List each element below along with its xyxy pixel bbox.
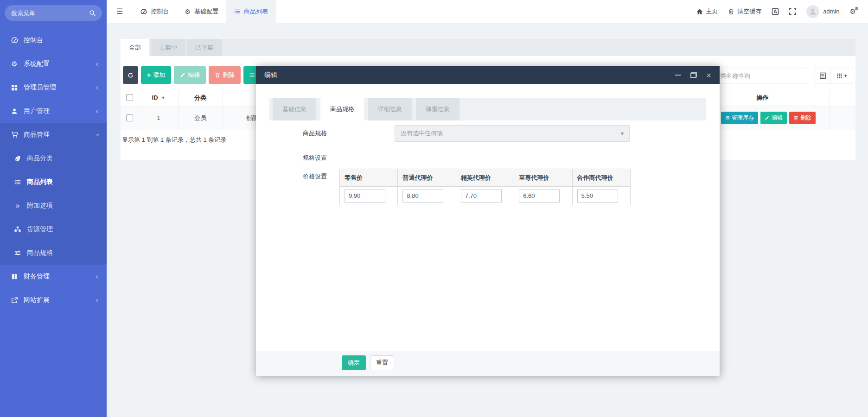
modal-tab-popup-info[interactable]: 弹窗信息 (416, 98, 460, 120)
list-icon (234, 8, 240, 14)
sliders-icon (13, 250, 23, 256)
caret-down-icon: ▾ (621, 130, 624, 137)
row-category-cell: 会员 (179, 106, 223, 130)
leaf-icon (13, 155, 23, 162)
gear-small-icon: ⚙ (855, 6, 859, 11)
retail-price-input[interactable] (345, 189, 385, 203)
tab-off-sale[interactable]: 已下架 (187, 39, 222, 56)
row-spacer-cell (830, 106, 855, 130)
caret-down-icon: ▾ (844, 73, 847, 79)
row-delete-button[interactable]: 删除 (789, 112, 816, 124)
sidebar-item-goods-manage[interactable]: 商品管理 ‹ (0, 123, 107, 146)
tab-all[interactable]: 全部 (121, 39, 149, 56)
maximize-icon[interactable] (690, 72, 697, 78)
elite-agent-price-input[interactable] (461, 189, 502, 203)
select-all-checkbox[interactable] (126, 94, 133, 101)
trash-icon (728, 8, 734, 15)
sidebar-search-input[interactable] (11, 10, 89, 17)
reset-button[interactable]: 重置 (370, 355, 394, 370)
form-lines-icon (819, 72, 826, 79)
home-icon (696, 8, 703, 15)
spec-field-label: 商品规格 (269, 129, 327, 138)
search-icon[interactable] (89, 10, 96, 16)
row-edit-button[interactable]: 编辑 (760, 112, 787, 124)
menu-toggle-icon[interactable]: ☰ (107, 7, 133, 16)
home-link[interactable]: 主页 (696, 7, 718, 16)
sidebar: 控制台 ⚙ 系统配置 ‹ 管理员管理 ‹ 用户管理 ‹ 商品管理 ‹ 商品分类 (0, 0, 107, 417)
expanded-menu-group: 商品管理 ‹ 商品分类 商品列表 » 附加选项 货源管理 商品规格 (0, 123, 107, 265)
row-edit-label: 编辑 (772, 114, 783, 122)
topbar-tab-label: 商品列表 (244, 7, 268, 16)
search-form-toggle-button[interactable] (815, 68, 830, 83)
status-tabs: 全部 上架中 已下架 (121, 39, 855, 56)
partner-agent-price-input[interactable] (577, 189, 618, 203)
modal-tab-base-info[interactable]: 基础信息 (273, 98, 316, 120)
add-label: 添加 (153, 71, 165, 79)
angle-double-right-icon: » (13, 202, 23, 210)
price-col-supreme-agent: 至尊代理价 (514, 169, 572, 187)
price-cell (514, 187, 572, 205)
language-icon[interactable] (772, 8, 779, 15)
pencil-icon (765, 115, 770, 120)
sidebar-item-finance-manage[interactable]: 财务管理 ‹ (0, 265, 107, 288)
sidebar-item-admin-manage[interactable]: 管理员管理 ‹ (0, 76, 107, 99)
modal-header[interactable]: 编辑 × (256, 66, 720, 84)
sidebar-item-user-manage[interactable]: 用户管理 ‹ (0, 99, 107, 123)
sitemap-icon (13, 226, 23, 233)
sidebar-item-goods-spec[interactable]: 商品规格 (0, 241, 107, 265)
user-icon (9, 108, 19, 114)
modal-title: 编辑 (264, 71, 277, 79)
sidebar-item-dashboard[interactable]: 控制台 (0, 28, 107, 52)
chevron-left-icon: ‹ (96, 297, 98, 304)
clear-cache-link[interactable]: 清空缓存 (728, 7, 761, 16)
edit-button[interactable]: 编辑 (174, 66, 206, 84)
user-menu[interactable]: admin (806, 5, 839, 18)
topbar-tab-label: 基础配置 (194, 7, 218, 16)
spec-setting-label: 规格设置 (269, 154, 327, 162)
columns-grid-icon (836, 73, 842, 79)
row-checkbox[interactable] (126, 114, 133, 121)
dashboard-icon (9, 37, 19, 44)
modal-tab-goods-spec[interactable]: 商品规格 (320, 98, 364, 120)
sidebar-item-system-config[interactable]: ⚙ 系统配置 ‹ (0, 52, 107, 76)
price-col-normal-agent: 普通代理价 (398, 169, 456, 187)
sidebar-item-supply-manage[interactable]: 货源管理 (0, 217, 107, 241)
sidebar-item-label: 附加选项 (27, 202, 53, 210)
sidebar-item-extra-options[interactable]: » 附加选项 (0, 194, 107, 217)
columns-button[interactable]: ▾ (830, 68, 853, 83)
tab-on-sale[interactable]: 上架中 (151, 39, 185, 56)
topbar-tab-goods-list[interactable]: 商品列表 (226, 0, 276, 23)
th-large-icon (9, 84, 19, 91)
column-category[interactable]: 分类 (179, 89, 223, 106)
sidebar-item-label: 货源管理 (27, 225, 53, 234)
modal-tab-detail-info[interactable]: 详细信息 (368, 98, 412, 120)
topbar-tab-base-config[interactable]: ⚙ 基础配置 (177, 0, 226, 23)
column-id[interactable]: ID ▼ (139, 89, 179, 106)
sidebar-search[interactable] (5, 5, 102, 21)
trash-icon (793, 115, 798, 120)
sidebar-item-label: 控制台 (24, 36, 43, 44)
modal-body: 基础信息 商品规格 详细信息 弹窗信息 商品规格 没有选中任何项 ▾ 规格设置 … (256, 84, 720, 205)
row-manage-stock-button[interactable]: ⚙ 管理库存 (721, 112, 758, 124)
pencil-icon (180, 72, 185, 78)
price-cell (572, 187, 630, 205)
fullscreen-icon[interactable] (789, 8, 796, 15)
normal-agent-price-input[interactable] (402, 189, 443, 203)
sidebar-item-goods-list[interactable]: 商品列表 (0, 170, 107, 194)
close-icon[interactable]: × (706, 71, 711, 80)
confirm-button[interactable]: 确定 (342, 355, 366, 370)
chevron-left-icon: ‹ (96, 273, 98, 280)
price-col-elite-agent: 精英代理价 (456, 169, 514, 187)
supreme-agent-price-input[interactable] (519, 189, 560, 203)
settings-cogs-icon[interactable]: ⚙⚙ (850, 7, 856, 16)
price-table: 零售价 普通代理价 精英代理价 至尊代理价 合作商代理价 (339, 169, 631, 205)
topbar-tab-dashboard[interactable]: 控制台 (133, 0, 177, 23)
delete-button[interactable]: 删除 (209, 66, 241, 84)
spec-select[interactable]: 没有选中任何项 ▾ (395, 125, 630, 142)
minimize-icon[interactable] (675, 75, 681, 76)
sidebar-item-goods-category[interactable]: 商品分类 (0, 146, 107, 170)
refresh-button[interactable] (123, 66, 138, 84)
plus-icon: + (147, 71, 151, 79)
add-button[interactable]: + 添加 (141, 66, 171, 84)
sidebar-item-site-extension[interactable]: 网站扩展 ‹ (0, 288, 107, 312)
